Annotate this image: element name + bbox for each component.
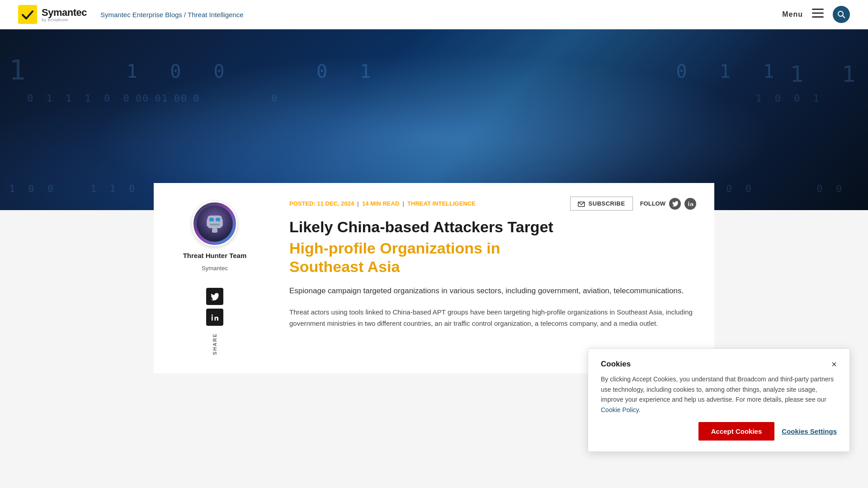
search-button[interactable]	[833, 6, 850, 23]
follow-section: FOLLOW	[640, 198, 696, 210]
cookie-header: Cookies ×	[601, 360, 837, 369]
sidebar: Threat Hunter Team Symantec SHARE	[154, 183, 271, 373]
logo-icon	[18, 5, 37, 24]
binary-decoration: 1 0 0	[9, 183, 57, 194]
header-left: Symantec by Broadcom Symantec Enterprise…	[18, 5, 244, 24]
follow-linkedin-button[interactable]	[684, 198, 696, 210]
article-meta-left: POSTED: 11 DEC, 2024 | 14 MIN READ | THR…	[289, 200, 476, 207]
article: POSTED: 11 DEC, 2024 | 14 MIN READ | THR…	[271, 183, 714, 373]
author-avatar	[192, 201, 237, 246]
cookie-close-button[interactable]: ×	[831, 360, 837, 369]
binary-decoration: 0 1 1	[676, 61, 778, 82]
cookie-title: Cookies	[601, 360, 631, 369]
header-right: Menu	[782, 6, 850, 23]
breadcrumb: Symantec Enterprise Blogs / Threat Intel…	[100, 11, 244, 19]
logo-name: Symantec	[42, 7, 87, 19]
svg-rect-3	[812, 16, 824, 18]
site-header: Symantec by Broadcom Symantec Enterprise…	[0, 0, 868, 29]
share-section: SHARE	[206, 288, 223, 355]
article-body: Threat actors using tools linked to Chin…	[289, 306, 696, 329]
meta-actions: SUBSCRIBE FOLLOW	[570, 197, 696, 211]
share-linkedin-button[interactable]	[206, 309, 223, 326]
article-title-line1: Likely China-based Attackers Target	[289, 218, 696, 236]
share-twitter-button[interactable]	[206, 288, 223, 305]
author-org: Symantec	[202, 265, 228, 272]
binary-decoration: 1 1	[790, 61, 859, 87]
svg-rect-10	[210, 224, 220, 225]
posted-date: 11 DEC, 2024	[317, 200, 354, 207]
binary-decoration: 1 0 0	[127, 61, 228, 82]
svg-line-5	[843, 16, 845, 19]
menu-button[interactable]	[812, 9, 824, 20]
follow-twitter-button[interactable]	[669, 198, 681, 210]
cookie-banner: Cookies × By clicking Accept Cookies, yo…	[588, 348, 850, 452]
svg-rect-8	[209, 218, 214, 221]
author-name: Threat Hunter Team	[183, 252, 247, 259]
posted-label: POSTED:	[289, 200, 316, 207]
logo-text: Symantec by Broadcom	[42, 7, 87, 22]
svg-rect-0	[18, 5, 37, 24]
logo-sub: by Broadcom	[42, 18, 68, 22]
accept-cookies-button[interactable]: Accept Cookies	[698, 422, 775, 441]
binary-decoration: 1 0 0 1	[755, 93, 823, 104]
svg-rect-1	[812, 9, 824, 10]
svg-rect-11	[212, 228, 217, 233]
svg-rect-13	[221, 219, 223, 226]
cookie-policy-link[interactable]: Cookie Policy.	[601, 406, 641, 413]
svg-rect-12	[207, 219, 208, 226]
svg-rect-9	[216, 218, 220, 221]
menu-label: Menu	[782, 10, 803, 19]
svg-rect-2	[812, 13, 824, 14]
article-title-subtitle: High-profile Organizations in Southeast …	[289, 239, 696, 276]
binary-decoration: 0 0	[816, 183, 845, 194]
share-label: SHARE	[212, 333, 217, 355]
logo[interactable]: Symantec by Broadcom	[18, 5, 87, 24]
cookie-actions: Accept Cookies Cookies Settings	[601, 422, 837, 441]
binary-decoration: 0	[271, 93, 281, 104]
cookie-body: By clicking Accept Cookies, you understa…	[601, 374, 837, 415]
read-time: 14 MIN READ	[362, 200, 399, 207]
article-summary: Espionage campaign targeted organization…	[289, 285, 696, 297]
subscribe-label: SUBSCRIBE	[589, 200, 625, 207]
content-area: Threat Hunter Team Symantec SHARE	[154, 183, 714, 373]
subscribe-button[interactable]: SUBSCRIBE	[570, 197, 633, 211]
cookies-settings-button[interactable]: Cookies Settings	[782, 427, 837, 435]
svg-point-4	[838, 11, 843, 16]
category-tag[interactable]: THREAT INTELLIGENCE	[407, 200, 476, 207]
binary-decoration: 0 0	[726, 183, 755, 194]
binary-decoration: 0 1	[316, 61, 374, 82]
article-meta: POSTED: 11 DEC, 2024 | 14 MIN READ | THR…	[289, 197, 696, 211]
binary-decoration: 1	[9, 54, 29, 86]
follow-label: FOLLOW	[640, 200, 665, 207]
binary-decoration: 0 0 0 0	[136, 93, 203, 104]
svg-rect-7	[208, 216, 222, 228]
